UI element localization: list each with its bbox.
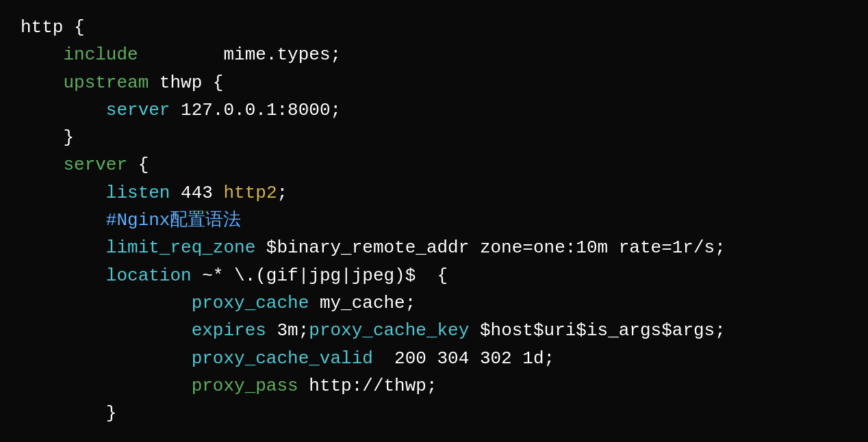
code-line: }: [21, 400, 847, 427]
code-line: server {: [21, 151, 847, 179]
code-line: proxy_cache_valid 200 304 302 1d;: [21, 345, 847, 372]
code-content: http { include mime.types; upstream thwp…: [21, 14, 847, 427]
code-line: limit_req_zone $binary_remote_addr zone=…: [21, 234, 847, 261]
code-line: proxy_cache my_cache;: [21, 289, 847, 317]
code-line: listen 443 http2;: [21, 179, 847, 207]
code-line: http {: [21, 14, 847, 41]
code-line: upstream thwp {: [21, 69, 847, 96]
code-line: }: [21, 124, 847, 151]
code-editor: http { include mime.types; upstream thwp…: [0, 0, 868, 442]
code-line: expires 3m;proxy_cache_key $host$uri$is_…: [21, 317, 847, 344]
code-line: include mime.types;: [21, 41, 847, 68]
code-line: #Nginx配置语法: [21, 207, 847, 234]
code-line: server 127.0.0.1:8000;: [21, 96, 847, 124]
code-line: location ~* \.(gif|jpg|jpeg)$ {: [21, 262, 847, 289]
code-line: proxy_pass http://thwp;: [21, 372, 847, 400]
